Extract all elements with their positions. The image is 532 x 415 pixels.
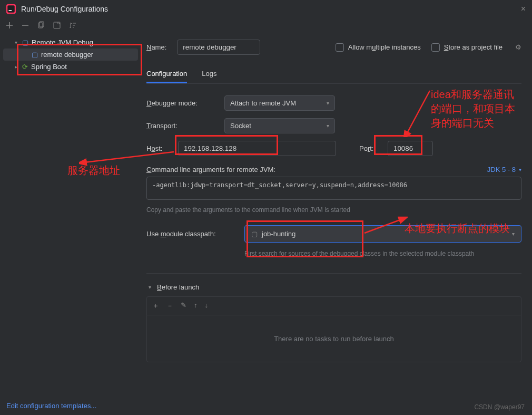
tree-label: Remote JVM Debug [32,38,93,46]
name-label: Name: [146,43,166,51]
chevron-down-icon: ▾ [327,100,329,106]
chevron-down-icon: ▾ [146,284,153,290]
add-icon[interactable]: ＋ [152,301,159,311]
host-input[interactable] [178,141,336,156]
before-launch-toolbar: ＋ － ✎ ↑ ↓ [146,296,521,315]
config-content: Name: Allow multiple instances Store as … [141,34,532,397]
tree-node-remote-debugger[interactable]: ▢ remote debugger [3,49,138,61]
host-label: Host: [146,144,171,152]
folder-icon: ▢ [251,230,258,238]
config-toolbar [0,18,532,34]
watermark: CSDN @waper97 [474,403,525,411]
config-tree: ▾ ▢ Remote JVM Debug ▢ remote debugger ▸… [0,34,141,397]
port-label: Port: [359,144,380,152]
window-title: Run/Debug Configurations [21,5,108,13]
tabs: Configuration Logs [146,65,521,84]
jdk-version-link[interactable]: JDK 5 - 8 ▾ [487,166,521,173]
titlebar: Run/Debug Configurations × [0,0,532,18]
svg-rect-1 [7,5,15,13]
chevron-down-icon: ▾ [512,231,515,237]
before-launch-header[interactable]: ▾ Before launch [146,283,521,291]
module-classpath-select[interactable]: ▢ job-hunting ▾ [244,225,521,243]
edit-icon[interactable]: ✎ [181,301,186,311]
chevron-right-icon: ▸ [13,64,19,70]
module-hint: First search for sources of the debugged… [244,250,487,257]
port-input[interactable] [388,141,433,156]
svg-rect-5 [54,22,60,28]
remove-icon[interactable] [21,21,29,31]
close-icon[interactable]: × [521,4,526,14]
divider [146,273,521,274]
allow-multiple-checkbox[interactable]: Allow multiple instances [336,43,421,52]
edit-templates-link[interactable]: Edit configuration templates... [6,402,96,410]
cmdline-label: Command line arguments for remote JVM: [146,166,275,173]
tree-label: remote debugger [41,51,93,59]
tab-configuration[interactable]: Configuration [146,65,187,83]
cmdline-hint: Copy and paste the arguments to the comm… [146,206,521,214]
tab-logs[interactable]: Logs [202,65,216,83]
debugger-mode-label: Debugger mode: [146,99,216,107]
transport-label: Transport: [146,122,216,130]
tree-label: Spring Boot [31,63,67,71]
before-launch-list: There are no tasks to run before launch [146,315,521,362]
save-icon[interactable] [53,21,61,31]
transport-select[interactable]: Socket ▾ [224,118,335,133]
before-launch-empty: There are no tasks to run before launch [274,335,394,343]
chevron-down-icon: ▾ [327,123,329,129]
gear-icon[interactable]: ⚙ [515,43,521,51]
tree-node-spring-boot[interactable]: ▸ ⟳ Spring Boot [3,61,138,73]
spring-icon: ⟳ [22,63,28,71]
debugger-mode-select[interactable]: Attach to remote JVM ▾ [224,95,335,111]
intellij-icon [6,4,16,14]
store-as-project-checkbox[interactable]: Store as project file [431,43,503,52]
up-icon[interactable]: ↑ [194,301,198,311]
cmdline-args-box[interactable]: -agentlib:jdwp=transport=dt_socket,serve… [146,177,521,200]
remove-icon[interactable]: － [166,301,173,311]
chevron-down-icon: ▾ [519,167,521,172]
name-input[interactable] [177,40,260,55]
remote-debug-icon: ▢ [22,38,28,46]
copy-icon[interactable] [37,21,45,31]
chevron-down-icon: ▾ [13,40,19,45]
checkbox-icon [431,43,440,52]
down-icon[interactable]: ↓ [205,301,209,311]
remote-debug-icon: ▢ [32,51,38,59]
add-icon[interactable] [5,21,14,31]
tree-node-remote-jvm[interactable]: ▾ ▢ Remote JVM Debug [3,36,138,49]
svg-rect-2 [9,10,12,11]
module-classpath-label: Use module classpath: [146,230,236,238]
sort-icon[interactable] [68,21,77,31]
checkbox-icon [336,43,344,52]
